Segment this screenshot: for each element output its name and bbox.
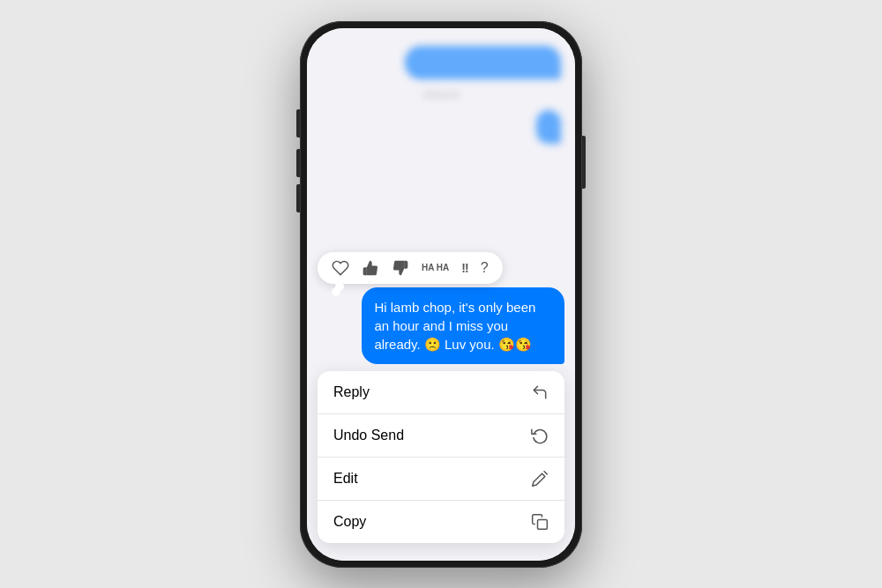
reply-label: Reply <box>333 384 370 400</box>
question-reaction[interactable]: ? <box>481 260 489 276</box>
screen-content: delivered <box>307 28 575 561</box>
copy-menu-item[interactable]: Copy <box>318 501 564 543</box>
phone-frame: delivered <box>300 21 582 568</box>
message-text: Hi lamb chop, it's only been an hour and… <box>374 300 535 352</box>
blurred-message-2 <box>536 110 561 144</box>
undo-icon <box>531 427 549 444</box>
reply-menu-item[interactable]: Reply <box>318 371 564 414</box>
thumbs-up-reaction[interactable] <box>362 259 379 277</box>
svg-rect-1 <box>538 519 548 529</box>
context-menu: Reply Undo Send <box>318 371 564 543</box>
thumbs-down-reaction[interactable] <box>392 259 409 277</box>
heart-reaction[interactable] <box>332 259 349 277</box>
edit-menu-item[interactable]: Edit <box>318 458 564 501</box>
emphasis-label: !! <box>461 261 467 275</box>
copy-label: Copy <box>333 514 366 530</box>
phone-screen: delivered <box>307 28 575 561</box>
undo-send-menu-item[interactable]: Undo Send <box>318 414 564 458</box>
background-messages: delivered <box>307 28 575 252</box>
reaction-bar-wrapper: HA HA !! ? <box>318 252 503 284</box>
edit-label: Edit <box>333 471 358 487</box>
reaction-bar: HA HA !! ? <box>318 252 503 284</box>
reply-icon <box>531 383 549 401</box>
blurred-timestamp: delivered <box>423 90 460 100</box>
main-message-bubble: Hi lamb chop, it's only been an hour and… <box>362 287 564 364</box>
question-label: ? <box>481 260 489 276</box>
undo-send-label: Undo Send <box>333 428 404 443</box>
copy-icon <box>531 513 549 531</box>
haha-reaction[interactable]: HA HA <box>422 264 449 272</box>
haha-label: HA HA <box>422 264 449 272</box>
emphasis-reaction[interactable]: !! <box>461 261 467 275</box>
pencil-icon <box>531 470 549 488</box>
main-message-area: Hi lamb chop, it's only been an hour and… <box>307 287 575 371</box>
svg-line-0 <box>544 471 547 473</box>
bottom-space <box>307 543 575 561</box>
blurred-message-1 <box>405 46 561 79</box>
